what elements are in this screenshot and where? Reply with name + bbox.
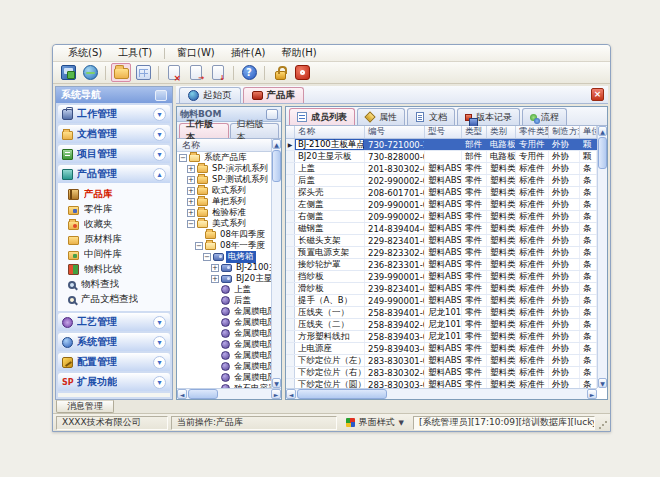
table-row[interactable]: 后盖202-990002-01E塑料ABS零件塑料类标准件外协条 [286,175,597,187]
table-row[interactable]: 下纱定位片（左）283-830301-00E塑料ABS零件塑料类标准件外协条 [286,355,597,367]
report-delete-button[interactable] [164,63,184,82]
scroll-down-button[interactable]: ▼ [272,378,281,388]
sidebar-section-document[interactable]: 文档管理▾ [58,125,170,143]
table-row[interactable]: 提手（A、B）249-990001-01E塑料ABS零件塑料类标准件外协条 [286,295,597,307]
table-row[interactable]: BJ20主显示板730-828000-04E部件电路板专用件外协颗 [286,151,597,163]
chevron-up-icon[interactable]: ▴ [153,168,166,181]
report-in-button[interactable] [186,63,206,82]
sidebar-item-part-lib[interactable]: 零件库 [58,202,170,217]
table-row[interactable]: 挡纱板239-990001-01E塑料ABS零件塑料类标准件外协条 [286,271,597,283]
tree-node[interactable]: 08年四季度 [177,229,271,240]
expand-icon[interactable]: + [187,209,195,217]
scroll-thumb[interactable] [272,150,281,182]
menu-item-plugins[interactable]: 插件(A) [224,45,273,61]
expand-icon[interactable]: + [211,264,219,272]
tree-node[interactable]: −电烤箱 [177,251,271,262]
sidebar-section-product[interactable]: 产品管理▴ [58,165,170,183]
column-header[interactable]: 零件类型 [516,126,549,138]
table-row[interactable]: 探头壳208-601701-01E塑料ABS零件塑料类标准件外协条 [286,187,597,199]
scroll-right-button[interactable]: ► [587,389,597,399]
scroll-left-button[interactable]: ◄ [177,389,187,399]
table-horizontal-scrollbar[interactable]: ◄ ► [286,388,597,399]
tab-home[interactable]: 起始页 [179,87,241,103]
detail-tab-members[interactable]: 成员列表 [289,108,355,125]
table-row[interactable]: 下纱定位片（右）283-830302-00E塑料ABS零件塑料类标准件外协条 [286,367,597,379]
network-button[interactable] [58,63,78,82]
tree-node[interactable]: +SP-测试机系列 [177,174,271,185]
sidebar-section-system[interactable]: 系统管理▾ [58,333,170,351]
column-header[interactable]: 名称 [295,126,365,138]
sidebar-item-material-compare[interactable]: 物料比较 [58,262,170,277]
chevron-down-icon[interactable]: ▾ [153,336,166,349]
tree-node[interactable]: +BJ20主显示板 [177,273,271,284]
table-row[interactable]: 接纱轮护罩236-823301-00E塑料ABS零件塑料类标准件外协条 [286,259,597,271]
tree-node[interactable]: −美式系列 [177,218,271,229]
power-button[interactable] [292,63,312,82]
lock-button[interactable] [270,63,290,82]
table-row[interactable]: 上电源座259-839403-00E塑料ABS零件塑料类标准件外协条 [286,343,597,355]
column-header[interactable]: 类型 [462,126,487,138]
bom-tab-archived[interactable]: 归档版本 [230,123,280,138]
help-button[interactable] [239,63,259,82]
table-row[interactable]: 磁钢盖214-839404-01E塑料ABS零件塑料类标准件外协条 [286,223,597,235]
chevron-down-icon[interactable]: ▾ [153,316,166,329]
globe-button[interactable] [80,63,100,82]
sidebar-item-doc-search[interactable]: 产品文档查找 [58,292,170,307]
expand-icon[interactable]: + [187,198,195,206]
chevron-down-icon[interactable]: ▾ [153,356,166,369]
bom-vertical-scrollbar[interactable]: ▲ ▼ [271,139,281,388]
chevron-down-icon[interactable]: ▾ [153,148,166,161]
expand-icon[interactable]: + [211,275,219,283]
table-row[interactable]: 长磁头支架229-823401-00E塑料ABS零件塑料类标准件外协条 [286,235,597,247]
message-manager-tab[interactable]: 消息管理 [56,400,114,413]
scroll-down-button[interactable]: ▼ [598,378,607,388]
table-row[interactable]: 左侧盖209-990001-01E塑料ABS零件塑料类标准件外协条 [286,199,597,211]
detail-tab-flow[interactable]: 流程 [522,108,567,125]
sidebar-section-work[interactable]: 工作管理▾ [58,105,170,123]
tree-node[interactable]: 金属膜电阻器 [177,372,271,383]
sidebar-options-button[interactable] [155,90,167,101]
tree-node[interactable]: 金属膜电阻器 [177,339,271,350]
scroll-left-button[interactable]: ◄ [286,389,296,399]
tree-node[interactable]: 上盖 [177,284,271,295]
table-row[interactable]: 预置电源支架229-823302-00E塑料ABS零件塑料类标准件外协条 [286,247,597,259]
tree-node[interactable]: +欧式系列 [177,185,271,196]
tree-node[interactable]: 金属膜电阻器 [177,361,271,372]
table-row[interactable]: 压线夹（二）258-839402-00E尼龙1010零件塑料类标准件外协条 [286,319,597,331]
chevron-down-icon[interactable]: ▾ [153,108,166,121]
collapse-icon[interactable]: − [203,253,211,261]
menu-item-help[interactable]: 帮助(H) [274,45,323,61]
table-row[interactable]: 方形塑料线扣258-839403-00E尼龙1010零件塑料类标准件外协条 [286,331,597,343]
scroll-thumb[interactable] [598,137,607,169]
tree-node[interactable]: 金属膜电阻器 [177,317,271,328]
bom-horizontal-scrollbar[interactable]: ◄ ► [177,388,281,399]
tree-node[interactable]: −08年一季度 [177,240,271,251]
column-header[interactable]: 类别 [487,126,516,138]
menu-item-window[interactable]: 窗口(W) [170,45,222,61]
tree-node[interactable]: +检验标准 [177,207,271,218]
folder-button[interactable] [111,63,131,82]
column-header[interactable]: 型号 [425,126,462,138]
collapse-icon[interactable]: − [195,242,203,250]
tree-node[interactable]: 金属膜电阻器 [177,350,271,361]
tree-node[interactable]: −系统产品库 [177,152,271,163]
tree-node[interactable]: 后盖 [177,295,271,306]
tab-product-lib[interactable]: 产品库 [243,87,305,103]
chevron-down-icon[interactable]: ▾ [153,128,166,141]
expand-icon[interactable]: + [187,165,195,173]
sidebar-item-material-lib[interactable]: 原材料库 [58,232,170,247]
sidebar-item-midware-lib[interactable]: 中间件库 [58,247,170,262]
scroll-up-button[interactable]: ▲ [272,139,281,149]
menu-item-system[interactable]: 系统(S) [61,45,109,61]
table-row[interactable]: 右侧盖209-990002-01E塑料ABS零件塑料类标准件外协条 [286,211,597,223]
table-vertical-scrollbar[interactable]: ▲ ▼ [597,126,607,388]
tree-node[interactable]: +BJ-2100主板单点 [177,262,271,273]
sidebar-section-project[interactable]: 项目管理▾ [58,145,170,163]
column-header[interactable]: 制造方式 [549,126,580,138]
report-out-button[interactable] [208,63,228,82]
tree-node[interactable]: 金属膜电阻器 [177,328,271,339]
collapse-icon[interactable]: − [179,154,187,162]
column-header[interactable]: 单位 [580,126,597,138]
menu-item-tools[interactable]: 工具(T) [111,45,159,61]
chevron-down-icon[interactable]: ▾ [153,376,166,389]
